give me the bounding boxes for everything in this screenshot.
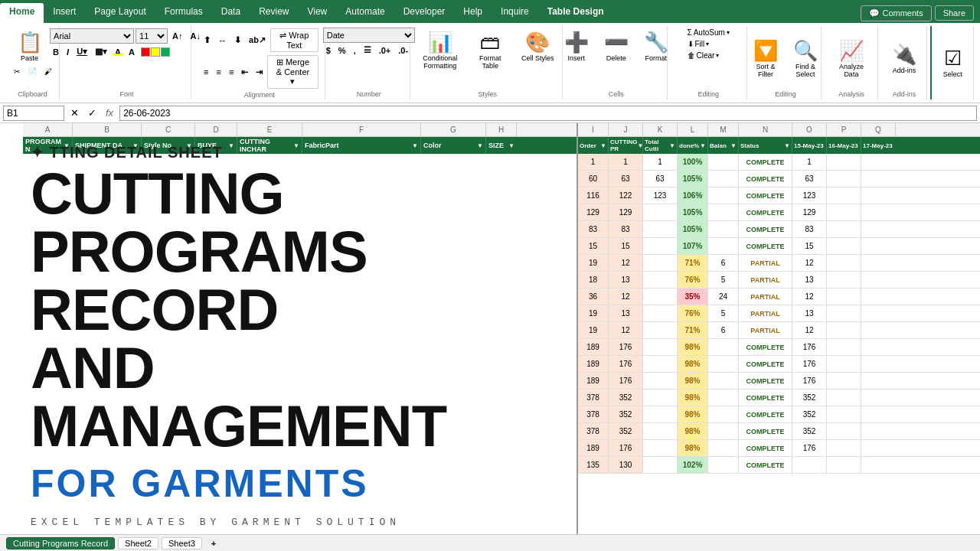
cell-balance-2[interactable]	[708, 187, 739, 204]
cell-done-9[interactable]: 76%	[678, 305, 708, 321]
right-hdr-may15[interactable]: 15-May-23	[792, 137, 827, 154]
cell-order-17[interactable]: 189	[578, 440, 609, 456]
cell-total-14[interactable]	[643, 390, 678, 406]
cell-may17-9[interactable]	[861, 305, 896, 321]
right-hdr-order[interactable]: Order ▼	[578, 137, 609, 154]
align-top-button[interactable]: ⬆	[201, 35, 214, 45]
cell-status-17[interactable]: COMPLETE	[739, 440, 792, 456]
orientation-button[interactable]: ab↗	[246, 35, 269, 45]
col-g[interactable]: G	[421, 123, 486, 136]
thousands-button[interactable]: ☰	[361, 45, 374, 55]
cell-total-7[interactable]	[643, 272, 678, 288]
cell-may17-15[interactable]	[861, 406, 896, 422]
cell-cpr-10[interactable]: 12	[609, 322, 643, 338]
right-col-m[interactable]: M	[708, 123, 739, 136]
right-table-row-2[interactable]: 116 122 123 106% COMPLETE 123	[578, 187, 980, 204]
tab-view[interactable]: View	[298, 3, 336, 23]
right-hdr-status[interactable]: Status ▼	[739, 137, 792, 154]
cell-cpr-11[interactable]: 176	[609, 339, 643, 355]
yellow-swatch[interactable]	[151, 47, 160, 57]
cell-may17-0[interactable]	[861, 154, 896, 170]
cell-balance-9[interactable]: 5	[708, 305, 739, 321]
cell-done-16[interactable]: 98%	[678, 423, 708, 439]
cell-may17-2[interactable]	[861, 187, 896, 204]
cell-done-13[interactable]: 98%	[678, 373, 708, 389]
fill-button[interactable]: ⬇ Fill ▾	[684, 39, 713, 49]
cell-balance-16[interactable]	[708, 423, 739, 439]
cell-may17-7[interactable]	[861, 272, 896, 288]
cell-may15-9[interactable]: 13	[792, 305, 827, 321]
align-bottom-button[interactable]: ⬇	[231, 35, 244, 45]
increase-font-button[interactable]: A↑	[169, 31, 185, 41]
copy-button[interactable]: 📄	[24, 67, 40, 77]
cell-status-5[interactable]: COMPLETE	[739, 238, 792, 254]
cell-balance-4[interactable]	[708, 221, 739, 237]
cell-order-5[interactable]: 15	[578, 238, 609, 254]
cell-may16-5[interactable]	[827, 238, 861, 254]
right-table-row-1[interactable]: 60 63 63 105% COMPLETE 63	[578, 171, 980, 187]
decimal-less-button[interactable]: .0-	[395, 46, 411, 55]
cell-cpr-2[interactable]: 122	[609, 187, 643, 204]
cell-order-8[interactable]: 36	[578, 289, 609, 305]
right-table-row-0[interactable]: 1 1 1 100% COMPLETE 1	[578, 154, 980, 171]
cell-done-1[interactable]: 105%	[678, 171, 708, 187]
cell-total-11[interactable]	[643, 339, 678, 355]
cell-order-3[interactable]: 129	[578, 204, 609, 220]
sheet-tab-2[interactable]: Sheet2	[118, 537, 158, 549]
cell-status-6[interactable]: PARTIAL	[739, 255, 792, 271]
right-table-row-8[interactable]: 36 12 35% 24 PARTIAL 12	[578, 289, 980, 305]
cell-cpr-13[interactable]: 176	[609, 373, 643, 389]
cell-total-8[interactable]	[643, 289, 678, 305]
right-hdr-may17[interactable]: 17-May-23	[861, 137, 896, 154]
cell-total-17[interactable]	[643, 440, 678, 456]
cell-status-13[interactable]: COMPLETE	[739, 373, 792, 389]
col-d[interactable]: D	[195, 123, 237, 136]
cell-total-0[interactable]: 1	[643, 154, 678, 170]
cell-may15-7[interactable]: 13	[792, 272, 827, 288]
cell-may17-16[interactable]	[861, 423, 896, 439]
cell-status-12[interactable]: COMPLETE	[739, 356, 792, 372]
cell-cpr-0[interactable]: 1	[609, 154, 643, 170]
insert-button[interactable]: ➕ Insert	[557, 28, 596, 65]
cell-may15-4[interactable]: 83	[792, 221, 827, 237]
formula-input[interactable]	[119, 106, 977, 121]
right-col-p[interactable]: P	[827, 123, 861, 136]
cell-order-11[interactable]: 189	[578, 339, 609, 355]
tab-help[interactable]: Help	[454, 3, 492, 23]
cell-may16-17[interactable]	[827, 440, 861, 456]
cell-order-4[interactable]: 83	[578, 221, 609, 237]
right-table-row-10[interactable]: 19 12 71% 6 PARTIAL 12	[578, 322, 980, 339]
cell-order-12[interactable]: 189	[578, 356, 609, 372]
increase-indent-button[interactable]: ⇥	[253, 67, 266, 77]
name-box[interactable]	[3, 106, 64, 121]
cell-may16-3[interactable]	[827, 204, 861, 220]
align-right-button[interactable]: ≡	[226, 67, 237, 77]
find-select-button[interactable]: 🔍 Find & Select	[786, 36, 825, 81]
cell-done-15[interactable]: 98%	[678, 406, 708, 422]
cell-total-13[interactable]	[643, 373, 678, 389]
right-table-row-11[interactable]: 189 176 98% COMPLETE 176	[578, 339, 980, 356]
cell-balance-10[interactable]: 6	[708, 322, 739, 338]
cell-status-8[interactable]: PARTIAL	[739, 289, 792, 305]
cell-done-14[interactable]: 98%	[678, 390, 708, 406]
clear-button[interactable]: 🗑 Clear ▾	[684, 51, 723, 60]
cell-may17-12[interactable]	[861, 356, 896, 372]
cell-may15-12[interactable]: 176	[792, 356, 827, 372]
cell-done-3[interactable]: 105%	[678, 204, 708, 220]
cell-order-0[interactable]: 1	[578, 154, 609, 170]
col-c[interactable]: C	[142, 123, 195, 136]
cell-done-17[interactable]: 98%	[678, 440, 708, 456]
cell-may16-2[interactable]	[827, 187, 861, 204]
confirm-formula-button[interactable]: ✓	[85, 107, 100, 119]
delete-button[interactable]: ➖ Delete	[597, 28, 635, 65]
cell-status-2[interactable]: COMPLETE	[739, 187, 792, 204]
decimal-more-button[interactable]: .0+	[376, 46, 394, 55]
cell-may15-11[interactable]: 176	[792, 339, 827, 355]
fill-color-button[interactable]: A	[112, 47, 124, 57]
cell-total-3[interactable]	[643, 204, 678, 220]
tab-home[interactable]: Home	[0, 3, 44, 23]
right-table-row-3[interactable]: 129 129 105% COMPLETE 129	[578, 204, 980, 221]
cell-order-13[interactable]: 189	[578, 373, 609, 389]
cell-balance-0[interactable]	[708, 154, 739, 170]
cell-done-8[interactable]: 35%	[678, 289, 708, 305]
